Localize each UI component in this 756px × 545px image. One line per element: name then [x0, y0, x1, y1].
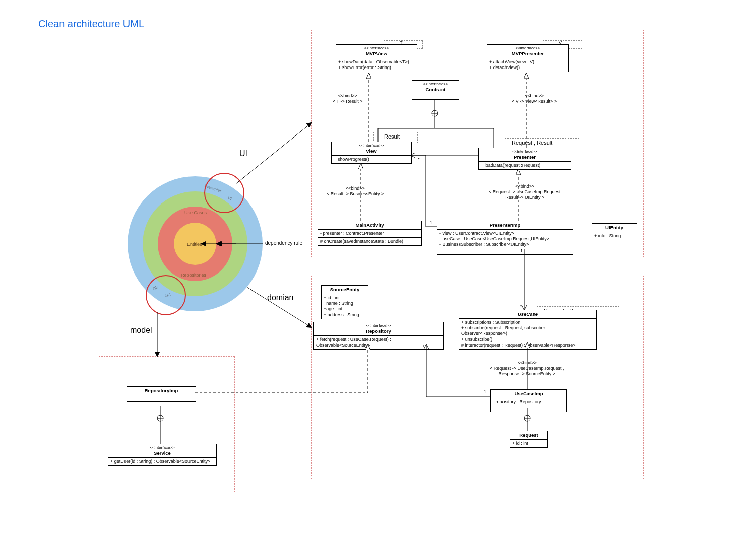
- label-dependency-rule: dependency rule: [265, 240, 302, 246]
- attr: - view : UserContract.View<UIEntity>: [439, 231, 571, 236]
- op: + getUser(id : String) : Observable<Sour…: [110, 459, 214, 464]
- class-mvpview: <<interface>> MVPView + showData(data : …: [336, 44, 417, 72]
- stereo: <<interface>>: [316, 323, 441, 328]
- ann-bind-result-business: <<bind>>< Result -> BusinessEntity >: [327, 186, 384, 197]
- attr: +name : String: [324, 301, 366, 306]
- name: PresenterImp: [439, 222, 571, 228]
- attr: + info : String: [594, 233, 635, 239]
- op: + showError(error : String): [338, 65, 415, 71]
- class-presenterimp: PresenterImp - view : UserContract.View<…: [437, 221, 573, 255]
- tparam-reqres-label: Request , Result: [512, 140, 552, 146]
- op: + fetch(request : UseCase.Request) : Obs…: [316, 337, 441, 349]
- attr: + address : String: [324, 312, 366, 318]
- name: UseCase: [461, 311, 594, 317]
- name: Repository: [316, 328, 441, 334]
- attr: + id : int: [324, 295, 366, 301]
- label-domain: domian: [267, 293, 293, 302]
- class-service: <<interface>> Service + getUser(id : Str…: [108, 444, 217, 466]
- stereo: <<interface>>: [338, 46, 415, 51]
- name: MVPPresenter: [489, 51, 566, 57]
- class-presenter: <<interface>> Presenter + loadData(reque…: [478, 148, 571, 170]
- attr: - repository : Repository: [493, 399, 564, 405]
- stereo: <<interface>>: [110, 445, 214, 450]
- mult-1-b: 1: [520, 248, 523, 254]
- ann-bind-req-usecase: <<bind>>< Request -> UseCaseImp.RequestR…: [489, 184, 561, 200]
- op: + showProgress(): [334, 157, 409, 162]
- label-ui: UI: [239, 149, 247, 158]
- ann-bind-v-view: <<bind>>< V -> View<Result> >: [512, 93, 557, 104]
- ring-label-repositories: Repositories: [181, 272, 206, 278]
- op: # onCreate(savedInstanceState : Bundle): [320, 239, 419, 244]
- name: MVPView: [338, 51, 415, 57]
- stereo: <<interface>>: [414, 82, 457, 87]
- name: MainActivity: [320, 222, 419, 228]
- name: View: [334, 148, 409, 154]
- tparam-result-label: Result: [384, 133, 400, 140]
- op: + loadData(request :Request): [481, 163, 569, 168]
- name: Contract: [414, 87, 457, 93]
- op: + attachView(view : V): [489, 59, 566, 65]
- stereo: <<interface>>: [334, 143, 409, 148]
- name: Presenter: [481, 154, 569, 160]
- red-ring-bottom: [146, 275, 186, 315]
- name: UseCaseImp: [493, 391, 564, 397]
- class-usecaseimp: UseCaseImp - repository : Repository: [490, 389, 567, 412]
- mult-star-b: *: [520, 304, 522, 309]
- diagram-title: Clean architecture UML: [38, 18, 144, 30]
- op: + subscriptions : Subscription: [461, 320, 594, 325]
- ann-bind-t-result: <<bind>>< T -> Result >: [333, 93, 362, 104]
- op: + subscribe(request : Request, subscribe…: [461, 325, 594, 337]
- op: + showData(data : Observable<T>): [338, 59, 415, 65]
- stereo: <<interface>>: [489, 46, 566, 51]
- name: RepositoryImp: [129, 388, 194, 394]
- class-uientity: UIEntity + info : String: [592, 223, 637, 240]
- attr: - BusinessSubscriber : Subscriber<UIEnti…: [439, 242, 571, 247]
- ring-label-entities: Entities: [187, 242, 202, 247]
- region-box-model: [99, 356, 235, 492]
- class-mainactivity: MainActivity - presenter : Contract.Pres…: [318, 221, 422, 246]
- attr: - useCase : UseCase<UseCaseImp.Request,U…: [439, 236, 571, 242]
- ann-bind-req-resp: <<bind>>< Request -> UseCaseImp.Request …: [490, 360, 564, 376]
- name: UIEntity: [594, 225, 635, 231]
- op: + unsubscribe(): [461, 337, 594, 343]
- class-usecase: UseCase + subscriptions : Subscription +…: [459, 310, 597, 350]
- ring-label-usecases: Use Cases: [184, 210, 207, 215]
- name: Service: [110, 450, 214, 456]
- mult-star-a: *: [418, 157, 420, 162]
- red-ring-top: [204, 173, 244, 213]
- stereo: <<interface>>: [481, 149, 569, 154]
- op: # interactor(request : Request) : Observ…: [461, 343, 594, 348]
- class-mvppresenter: <<interface>> MVPPresenter + attachView(…: [487, 44, 569, 72]
- attr: + id : int: [512, 441, 545, 446]
- class-request: Request + id : int: [510, 431, 548, 448]
- class-contract: <<interface>> Contract: [412, 80, 459, 100]
- name: Request: [512, 432, 545, 438]
- class-sourceentity: SourceEntity + id : int +name : String +…: [321, 285, 368, 319]
- attr: +age : int: [324, 306, 366, 312]
- op: + detachView(): [489, 65, 566, 71]
- mult-1-c: 1: [484, 389, 486, 395]
- name: SourceEntity: [324, 287, 366, 293]
- mult-star-c: *: [423, 344, 425, 350]
- class-view: <<interface>> View + showProgress(): [331, 142, 412, 164]
- mult-1-a: 1: [430, 220, 432, 226]
- label-model: model: [130, 326, 152, 335]
- attr: - presenter : Contract.Presenter: [320, 231, 419, 236]
- class-repositoryimp: RepositoryImp: [127, 386, 196, 408]
